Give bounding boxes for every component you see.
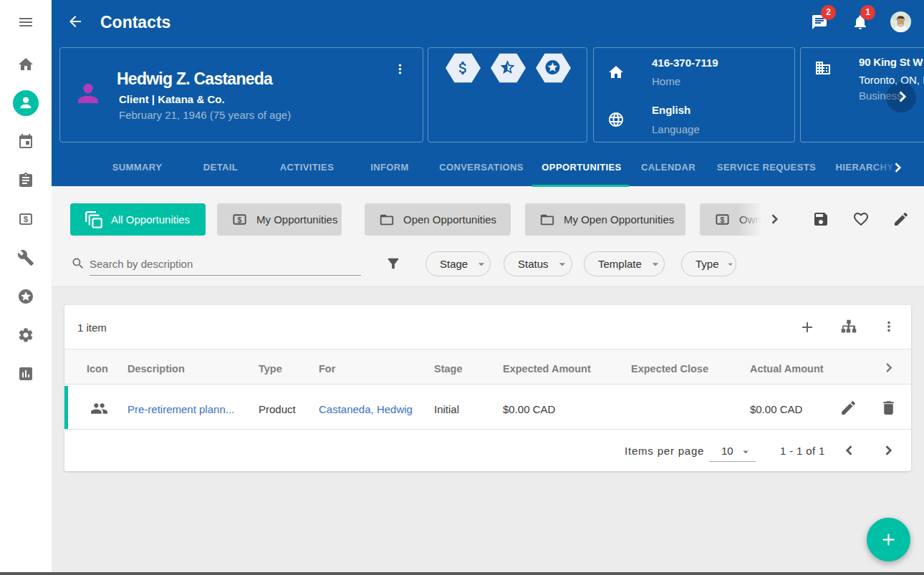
svg-text:$: $ (24, 215, 29, 223)
svg-text:$: $ (721, 216, 725, 224)
svg-text:$: $ (238, 216, 242, 224)
